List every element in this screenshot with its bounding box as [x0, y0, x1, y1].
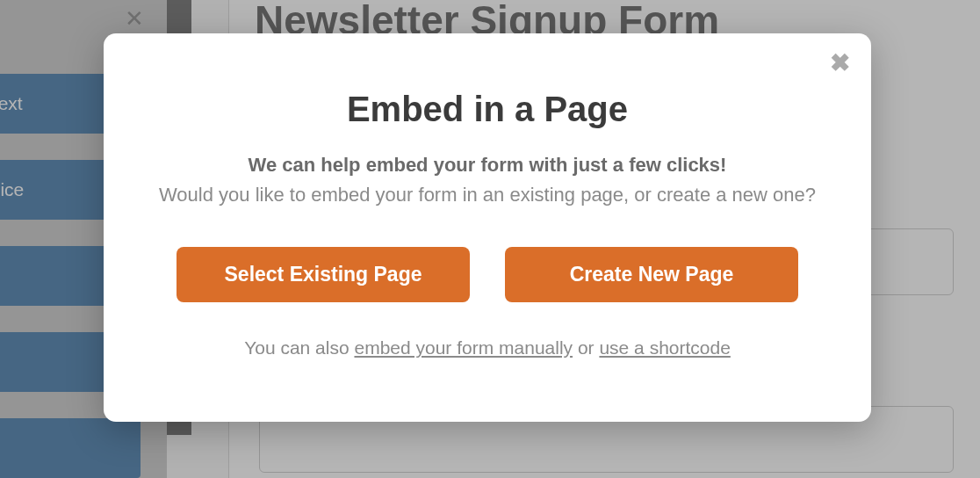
create-new-page-button[interactable]: Create New Page — [505, 247, 798, 302]
embed-manually-link[interactable]: embed your form manually — [354, 337, 573, 358]
button-row: Select Existing Page Create New Page — [156, 247, 818, 302]
modal-footer: You can also embed your form manually or… — [156, 337, 818, 358]
close-icon[interactable]: ✖ — [830, 51, 850, 76]
embed-modal: ✖ Embed in a Page We can help embed your… — [104, 33, 871, 422]
modal-title: Embed in a Page — [156, 90, 818, 129]
modal-subtitle: We can help embed your form with just a … — [156, 150, 818, 210]
subtitle-light: Would you like to embed your form in an … — [159, 184, 816, 206]
footer-prefix: You can also — [244, 337, 354, 358]
footer-mid: or — [573, 337, 599, 358]
select-existing-page-button[interactable]: Select Existing Page — [177, 247, 470, 302]
use-shortcode-link[interactable]: use a shortcode — [599, 337, 730, 358]
subtitle-bold: We can help embed your form with just a … — [249, 154, 727, 176]
